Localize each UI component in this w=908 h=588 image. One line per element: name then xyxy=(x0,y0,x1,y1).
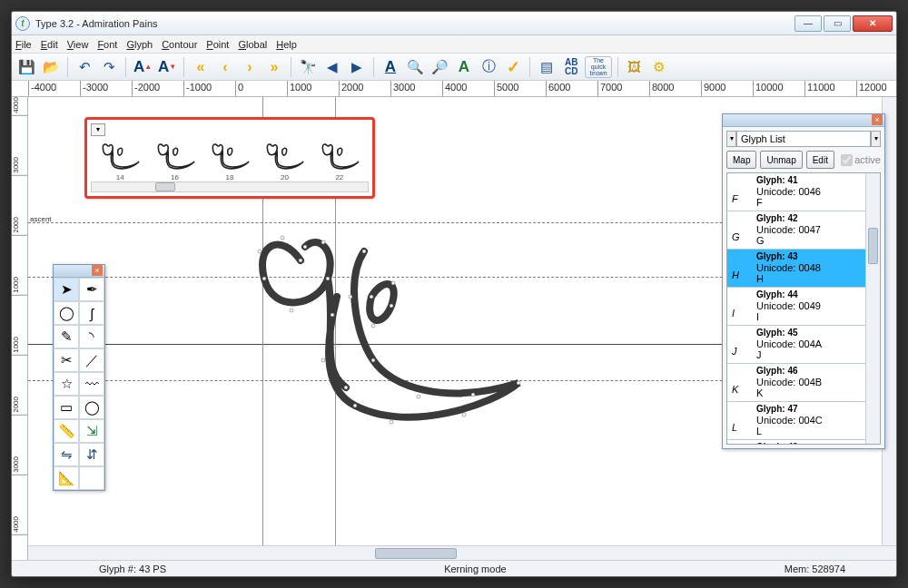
glyph-list-item[interactable]: HGlyph: 43Unicode: 0048H xyxy=(727,250,880,288)
menu-contour[interactable]: Contour xyxy=(162,39,197,50)
tool-flip-v[interactable]: ⇵ xyxy=(79,443,104,466)
glyph-list-scrollbar[interactable] xyxy=(865,173,880,444)
tool-star[interactable]: ☆ xyxy=(54,372,79,396)
menu-view[interactable]: View xyxy=(67,39,89,50)
glyph-list-item[interactable]: KGlyph: 46Unicode: 004BK xyxy=(727,364,880,402)
check-icon[interactable]: ✓ xyxy=(502,56,524,78)
glyph-list-item[interactable]: IGlyph: 44Unicode: 0049I xyxy=(727,288,880,326)
glyph-outline[interactable] xyxy=(237,224,555,478)
ruler-tick: 8000 xyxy=(649,81,674,97)
tool-contour[interactable]: ◯ xyxy=(54,301,79,325)
nav-first-icon[interactable]: « xyxy=(190,56,212,78)
menu-glyph[interactable]: Glyph xyxy=(126,39,153,50)
list-icon[interactable]: ▤ xyxy=(536,56,558,78)
hscrollbar-thumb[interactable] xyxy=(375,548,457,559)
minimize-button[interactable]: — xyxy=(794,15,822,32)
tool-empty xyxy=(79,466,104,490)
tool-rect[interactable]: ▭ xyxy=(54,396,79,419)
tool-pen[interactable]: ✒ xyxy=(79,278,104,301)
ruler-tick: 3000 xyxy=(390,81,415,97)
menu-font[interactable]: Font xyxy=(97,39,117,50)
glyph-info: Glyph: 42Unicode: 0047G xyxy=(755,211,880,249)
glyph-list-dropdown-arrow[interactable]: ▾ xyxy=(871,131,881,147)
glyph-list-scroll-thumb[interactable] xyxy=(868,228,878,264)
glyph-list-item[interactable]: MGlyph: 48 xyxy=(727,440,880,445)
glyph-list-dropdown-toggle[interactable]: ▾ xyxy=(726,131,736,147)
tool-pointer[interactable]: ➤ xyxy=(54,278,79,301)
tool-ellipse[interactable]: ◯ xyxy=(79,396,104,419)
ruler-vtick: 4000 xyxy=(12,516,28,535)
nav-prev-icon[interactable]: ‹ xyxy=(214,56,236,78)
tool-ruler[interactable]: 📏 xyxy=(54,419,79,443)
glyph-info: Glyph: 44Unicode: 0049I xyxy=(755,288,880,325)
quick-brown-icon[interactable]: Thequickbrown xyxy=(585,56,611,78)
tools-panel-header[interactable]: × xyxy=(54,265,104,278)
menu-global[interactable]: Global xyxy=(238,39,267,50)
nav-next-icon[interactable]: › xyxy=(239,56,261,78)
glyph-a-icon[interactable]: A xyxy=(380,56,401,78)
close-button[interactable]: ✕ xyxy=(853,15,893,32)
unmap-button[interactable]: Unmap xyxy=(760,151,802,169)
browse-next-icon[interactable]: ▶ xyxy=(346,56,368,78)
preview-glyph[interactable]: 16 xyxy=(147,139,202,181)
glyph-thumb: M xyxy=(727,440,755,445)
preview-scrollbar[interactable] xyxy=(91,181,369,192)
tool-freehand[interactable]: 〰 xyxy=(79,372,104,396)
ruler-tick: -1000 xyxy=(183,81,212,97)
nav-last-icon[interactable]: » xyxy=(263,56,285,78)
tool-knife[interactable]: ✂ xyxy=(54,348,79,372)
maximize-button[interactable]: ▭ xyxy=(824,15,851,32)
menu-help[interactable]: Help xyxy=(276,39,297,50)
preview-glyph[interactable]: 20 xyxy=(257,139,311,181)
tool-flip-h[interactable]: ⇋ xyxy=(54,443,79,466)
save-icon[interactable]: 💾 xyxy=(15,56,37,78)
menu-point[interactable]: Point xyxy=(206,39,229,50)
svg-point-16 xyxy=(517,381,520,385)
tool-node[interactable]: ✎ xyxy=(54,325,79,348)
glyph-list-item[interactable]: GGlyph: 42Unicode: 0047G xyxy=(727,211,880,250)
edit-button[interactable]: Edit xyxy=(806,151,834,169)
tool-align[interactable]: ⇲ xyxy=(79,419,104,443)
info-icon[interactable]: ⓘ xyxy=(478,56,499,78)
ruler-tick: 0 xyxy=(235,81,243,97)
glyph-panel-header[interactable]: × xyxy=(723,114,884,127)
active-checkbox[interactable]: active xyxy=(841,154,881,166)
redo-icon[interactable]: ↷ xyxy=(98,56,120,78)
abcd-icon[interactable]: ABCD xyxy=(560,56,582,78)
svg-point-11 xyxy=(362,250,366,253)
browse-prev-icon[interactable]: ◀ xyxy=(321,56,343,78)
image-icon[interactable]: 🖼 xyxy=(624,56,646,78)
eye-a-icon[interactable]: A xyxy=(453,56,475,78)
tool-arc[interactable]: ◝ xyxy=(79,325,104,348)
svg-text:F: F xyxy=(732,193,739,204)
status-glyph: Glyph #: 43 PS xyxy=(90,564,175,574)
glyph-list-item[interactable]: FGlyph: 41Unicode: 0046F xyxy=(727,173,880,211)
binoculars-icon[interactable]: 🔭 xyxy=(297,56,319,78)
preview-dropdown[interactable]: ▾ xyxy=(91,123,105,136)
glyph-list-item[interactable]: LGlyph: 47Unicode: 004CL xyxy=(727,402,880,440)
zoom-in-icon[interactable]: 🔍 xyxy=(404,56,426,78)
glyph-list-item[interactable]: JGlyph: 45Unicode: 004AJ xyxy=(727,326,880,364)
canvas-hscrollbar[interactable] xyxy=(28,545,896,560)
zoom-out-icon[interactable]: 🔎 xyxy=(429,56,450,78)
tool-measure[interactable]: 📐 xyxy=(54,466,79,490)
preview-glyph[interactable]: 18 xyxy=(202,139,257,181)
font-big-a-up-icon[interactable]: A▲ xyxy=(132,56,153,78)
map-button[interactable]: Map xyxy=(726,151,756,169)
glyph-list-combo[interactable] xyxy=(736,131,871,147)
font-big-a-down-icon[interactable]: A▼ xyxy=(156,56,178,78)
glyph-info: Glyph: 47Unicode: 004CL xyxy=(755,402,880,439)
undo-icon[interactable]: ↶ xyxy=(74,56,95,78)
ruler-vertical: 40003000200010001000200030004000 xyxy=(12,97,28,560)
preview-scroll-thumb[interactable] xyxy=(155,182,175,191)
menu-edit[interactable]: Edit xyxy=(41,39,58,50)
settings-icon[interactable]: ⚙ xyxy=(648,56,670,78)
tool-curve[interactable]: ∫ xyxy=(79,301,104,325)
preview-glyph[interactable]: 14 xyxy=(93,139,147,181)
preview-glyph[interactable]: 22 xyxy=(312,139,367,181)
open-icon[interactable]: 📂 xyxy=(40,56,62,78)
glyph-panel-close-icon[interactable]: × xyxy=(872,114,883,125)
tools-close-icon[interactable]: × xyxy=(92,265,103,276)
menu-file[interactable]: File xyxy=(15,39,32,50)
tool-line[interactable]: ／ xyxy=(79,348,104,372)
